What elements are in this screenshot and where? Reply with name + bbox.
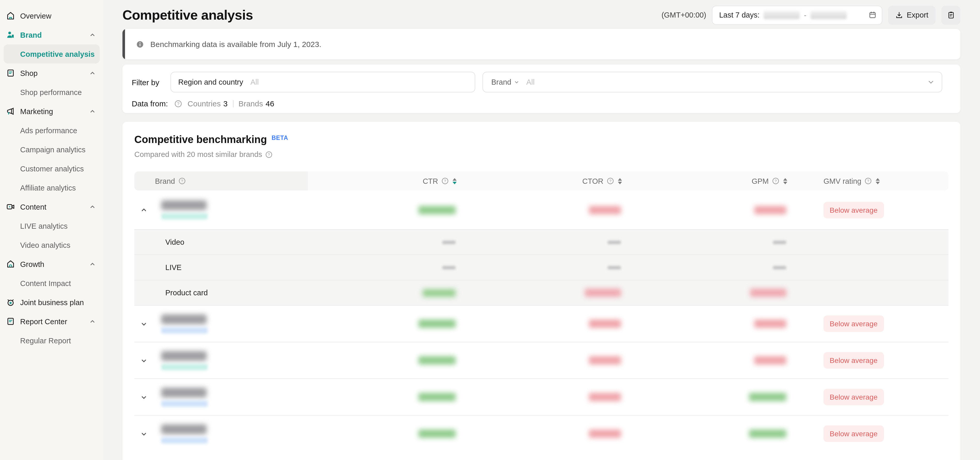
export-button[interactable]: Export bbox=[888, 5, 935, 25]
chevron-up-icon[interactable] bbox=[89, 32, 95, 38]
table-row-brand: Below average bbox=[134, 342, 948, 378]
calendar-icon bbox=[869, 11, 877, 19]
table-row-video: Video bbox=[134, 229, 948, 255]
gpm-value-redacted bbox=[754, 356, 786, 365]
sidebar-item-affiliate-analytics[interactable]: Affiliate analytics bbox=[4, 178, 100, 197]
sidebar-item-content[interactable]: Content bbox=[4, 197, 100, 216]
help-icon[interactable]: ? bbox=[606, 177, 614, 185]
ctor-value-cell bbox=[458, 356, 623, 365]
chevron-up-icon[interactable] bbox=[89, 318, 95, 325]
sidebar-item-shop[interactable]: Shop bbox=[4, 63, 100, 82]
growth-home-icon bbox=[6, 260, 15, 268]
sort-arrows[interactable] bbox=[618, 178, 622, 184]
brand-name-cell[interactable] bbox=[153, 314, 308, 333]
caret-down-icon[interactable] bbox=[134, 430, 153, 437]
ctr-value-cell bbox=[308, 320, 458, 328]
sidebar-item-video-analytics[interactable]: Video analytics bbox=[4, 235, 100, 255]
ctor-value-redacted bbox=[589, 393, 621, 401]
gpm-value-cell bbox=[623, 206, 788, 214]
gpm-value-cell bbox=[623, 289, 788, 297]
shop-document-icon bbox=[6, 69, 15, 78]
caret-down-icon[interactable] bbox=[134, 357, 153, 364]
ctr-value-redacted bbox=[418, 430, 456, 438]
chevron-up-icon[interactable] bbox=[89, 204, 95, 210]
sidebar-item-campaign-analytics[interactable]: Campaign analytics bbox=[4, 140, 100, 159]
chevron-up-icon[interactable] bbox=[89, 261, 95, 267]
date-range-label: Last 7 days: bbox=[719, 11, 759, 19]
caret-down-icon[interactable] bbox=[134, 393, 153, 400]
brand-name-cell[interactable] bbox=[153, 424, 308, 443]
column-header-gpm[interactable]: GPM? bbox=[623, 171, 788, 190]
column-label: GPM bbox=[752, 177, 769, 185]
sidebar-item-brand[interactable]: Brand bbox=[4, 25, 100, 44]
help-icon[interactable]: ? bbox=[174, 99, 182, 108]
report-document-icon bbox=[6, 317, 15, 326]
ctor-value-cell bbox=[458, 430, 623, 438]
sort-asc-icon bbox=[876, 178, 880, 181]
sidebar-item-regular-report[interactable]: Regular Report bbox=[4, 331, 100, 350]
sort-arrows[interactable] bbox=[876, 178, 880, 184]
help-icon[interactable]: ? bbox=[178, 177, 186, 185]
brand-name-cell[interactable] bbox=[153, 387, 308, 406]
ctr-value-redacted bbox=[418, 356, 456, 365]
benchmarking-title: Competitive benchmarking bbox=[134, 133, 267, 146]
beta-badge: BETA bbox=[272, 135, 288, 141]
ctor-value-redacted bbox=[589, 430, 621, 438]
ctor-value-redacted bbox=[585, 289, 621, 297]
main-content: Competitive analysis (GMT+00:00) Last 7 … bbox=[103, 0, 980, 460]
video-camera-icon bbox=[6, 202, 15, 211]
date-separator: - bbox=[804, 11, 807, 19]
brand-person-icon bbox=[6, 30, 15, 39]
brand-filter[interactable]: Brand All bbox=[482, 72, 942, 92]
ctor-value-cell bbox=[458, 206, 623, 214]
gmv-rating-cell: Below average bbox=[788, 201, 948, 218]
brand-filter-value: All bbox=[526, 78, 535, 86]
date-start-redacted bbox=[764, 11, 800, 19]
table-row-live: LIVE bbox=[134, 255, 948, 280]
region-country-filter[interactable]: Region and country All bbox=[170, 72, 475, 92]
brand-name-redacted bbox=[161, 424, 207, 434]
caret-down-icon[interactable] bbox=[134, 320, 153, 327]
timezone-label: (GMT+00:00) bbox=[662, 11, 706, 19]
info-icon bbox=[136, 40, 144, 48]
sort-arrows[interactable] bbox=[453, 178, 457, 184]
sidebar-item-overview[interactable]: Overview bbox=[4, 6, 100, 25]
ctr-value-cell bbox=[308, 266, 458, 269]
svg-text:?: ? bbox=[444, 179, 446, 183]
column-header-ctr[interactable]: CTR? bbox=[308, 171, 458, 190]
sort-desc-icon bbox=[783, 181, 787, 184]
ctr-value-cell bbox=[308, 289, 458, 297]
sidebar-item-live-analytics[interactable]: LIVE analytics bbox=[4, 216, 100, 235]
brand-name-cell[interactable] bbox=[153, 351, 308, 370]
sidebar-item-customer-analytics[interactable]: Customer analytics bbox=[4, 159, 100, 178]
ctr-value-cell bbox=[308, 356, 458, 365]
column-header-gmv[interactable]: GMV rating? bbox=[788, 171, 948, 190]
sidebar-item-report-center[interactable]: Report Center bbox=[4, 312, 100, 331]
sidebar-item-joint-business-plan[interactable]: Joint business plan bbox=[4, 293, 100, 312]
caret-up-icon[interactable] bbox=[134, 206, 153, 213]
gpm-value-redacted bbox=[754, 320, 786, 328]
ctr-value-cell bbox=[308, 430, 458, 438]
date-range-picker[interactable]: Last 7 days: - bbox=[712, 5, 882, 25]
sidebar-item-ads-performance[interactable]: Ads performance bbox=[4, 121, 100, 140]
sub-row-label: Product card bbox=[153, 289, 308, 297]
sidebar-item-content-impact[interactable]: Content Impact bbox=[4, 274, 100, 293]
sidebar-item-marketing[interactable]: Marketing bbox=[4, 102, 100, 121]
help-icon[interactable]: ? bbox=[772, 177, 780, 185]
clipboard-button[interactable] bbox=[941, 5, 960, 25]
help-icon[interactable]: ? bbox=[441, 177, 449, 185]
help-icon[interactable]: ? bbox=[265, 151, 273, 158]
help-icon[interactable]: ? bbox=[865, 177, 872, 185]
sub-row-label: LIVE bbox=[153, 263, 308, 271]
brand-name-cell[interactable] bbox=[153, 200, 308, 219]
column-header-ctor[interactable]: CTOR? bbox=[458, 171, 623, 190]
date-end-redacted bbox=[811, 11, 847, 19]
sidebar-item-growth[interactable]: Growth bbox=[4, 255, 100, 274]
sidebar-item-shop-performance[interactable]: Shop performance bbox=[4, 82, 100, 102]
sort-desc-icon bbox=[876, 181, 880, 184]
chevron-up-icon[interactable] bbox=[89, 70, 95, 76]
sidebar-item-competitive-analysis[interactable]: Competitive analysis bbox=[4, 44, 100, 63]
sort-arrows[interactable] bbox=[783, 178, 787, 184]
gpm-value-redacted bbox=[750, 289, 786, 297]
chevron-up-icon[interactable] bbox=[89, 108, 95, 114]
